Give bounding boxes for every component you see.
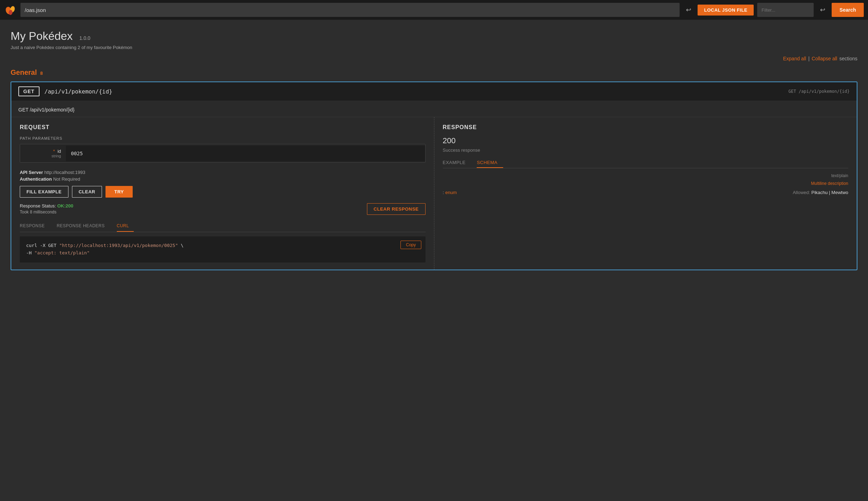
search-button[interactable]: Search (832, 3, 864, 17)
auth-text: Authentication Not Required (20, 176, 426, 182)
server-url: http://localhost:1993 (44, 170, 85, 175)
sections-label: sections (839, 56, 857, 61)
schema-tabs: EXAMPLE SCHEMA (443, 158, 849, 168)
copy-button[interactable]: Copy (400, 241, 421, 249)
tab-curl[interactable]: CURL (117, 221, 134, 232)
endpoint-description: GET /api/v1/pokemon/{id} (11, 101, 857, 117)
schema-enum-label: enum (445, 190, 457, 195)
param-row: * id string (20, 144, 425, 162)
app-subtitle: Just a naive Pokédex containing 2 of my … (11, 45, 857, 50)
schema-tab-example[interactable]: EXAMPLE (443, 158, 471, 168)
endpoint-path-right: GET /api/v1/pokemon/{id} (789, 89, 850, 94)
url-input[interactable]: /oas.json (20, 3, 680, 17)
path-params-label: PATH PARAMETERS (20, 136, 426, 140)
schema-tab-schema[interactable]: SCHEMA (477, 158, 503, 168)
curl-url: "http://localhost:1993/api/v1/pokemon/00… (59, 243, 178, 248)
tab-response-headers[interactable]: RESPONSE HEADERS (57, 221, 110, 232)
response-pane: RESPONSE 200 Success response EXAMPLE SC… (434, 117, 857, 270)
curl-line-2: -H "accept: text/plain" (26, 249, 419, 257)
reload-button[interactable]: ↩ (683, 5, 694, 15)
app-title: My Pokédex 1.0.0 (11, 30, 857, 43)
response-code: 200 (443, 136, 849, 145)
main-content: My Pokédex 1.0.0 Just a naive Pokédex co… (0, 20, 868, 277)
try-button[interactable]: TRY (106, 186, 133, 198)
req-res-split: REQUEST PATH PARAMETERS * id string (11, 117, 857, 270)
request-pane: REQUEST PATH PARAMETERS * id string (11, 117, 434, 270)
tab-response[interactable]: RESPONSE (20, 221, 50, 232)
param-type: string (25, 154, 61, 158)
clear-button[interactable]: CLEAR (72, 186, 102, 198)
collapse-all-link[interactable]: Collapse all (812, 56, 837, 61)
response-tabs: RESPONSE RESPONSE HEADERS CURL (20, 221, 426, 232)
section-title: General 8 (11, 68, 857, 77)
param-id-input[interactable] (66, 146, 425, 161)
curl-line-1: curl -X GET "http://localhost:1993/api/v… (26, 242, 419, 249)
response-status-row: Response Status: OK:200 Took 8 milliseco… (20, 203, 426, 215)
response-pane-title: RESPONSE (443, 124, 849, 131)
filter-reload-button[interactable]: ↩ (817, 5, 828, 15)
schema-multiline-label: Multiline description (443, 181, 849, 186)
method-badge: GET (18, 86, 40, 96)
fill-example-button[interactable]: FILL EXAMPLE (20, 186, 68, 198)
status-ok: OK:200 (57, 203, 73, 209)
local-json-button[interactable]: LOCAL JSON FILE (698, 5, 754, 16)
param-required-star: * (53, 149, 55, 154)
api-server-row: API Server http://localhost:1993 Authent… (20, 170, 426, 182)
param-name: id (58, 149, 61, 154)
logo-icon (4, 4, 17, 16)
endpoint-card: GET /api/v1/pokemon/{id} GET /api/v1/pok… (11, 82, 857, 270)
section-badge: 8 (40, 71, 43, 76)
clear-response-button[interactable]: CLEAR RESPONSE (367, 203, 426, 215)
took-time: Took 8 milliseconds (20, 210, 73, 215)
top-navigation: /oas.json ↩ LOCAL JSON FILE ↩ Search (0, 0, 868, 20)
app-version: 1.0.0 (79, 35, 90, 41)
endpoint-path: /api/v1/pokemon/{id} (44, 88, 113, 95)
expand-collapse-row: Expand all | Collapse all sections (11, 56, 857, 61)
allowed-values: Pikachu | Mewtwo (811, 190, 848, 195)
endpoint-header[interactable]: GET /api/v1/pokemon/{id} GET /api/v1/pok… (11, 82, 857, 101)
schema-allowed: Allowed: Pikachu | Mewtwo (793, 190, 848, 195)
request-pane-title: REQUEST (20, 124, 426, 131)
filter-input[interactable] (757, 3, 814, 17)
curl-block: Copy curl -X GET "http://localhost:1993/… (20, 236, 426, 262)
path-parameters-table: * id string (20, 144, 426, 163)
action-buttons: FILL EXAMPLE CLEAR TRY (20, 186, 426, 198)
schema-colon: : (443, 190, 444, 195)
expand-all-link[interactable]: Expand all (783, 56, 806, 61)
response-status-text: Response Status: OK:200 (20, 203, 73, 209)
response-description: Success response (443, 147, 849, 153)
schema-content-type: text/plain (443, 173, 849, 178)
curl-header: "accept: text/plain" (34, 250, 90, 255)
auth-value: Not Required (53, 176, 80, 182)
schema-enum-row: : enum Allowed: Pikachu | Mewtwo (443, 189, 849, 195)
